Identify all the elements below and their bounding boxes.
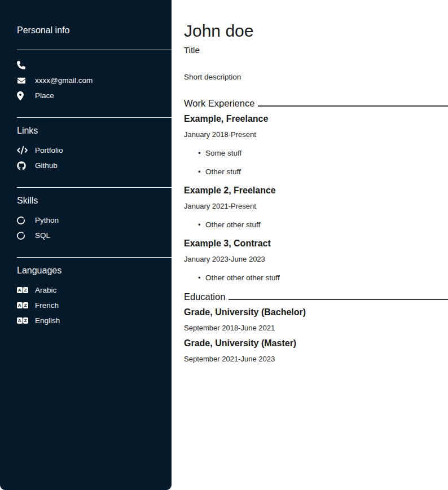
circle-notch-icon bbox=[17, 217, 28, 224]
section-heading: Work Experience bbox=[184, 98, 254, 109]
education-entry: Grade, University (Bachelor) September 2… bbox=[184, 307, 448, 332]
language-icon: A Z bbox=[17, 287, 28, 293]
email-row: xxxx@gmail.com bbox=[17, 73, 172, 88]
language-icon-right: Z bbox=[23, 287, 29, 293]
entry-title: Grade, University (Bachelor) bbox=[184, 307, 448, 317]
link-label[interactable]: Portfolio bbox=[35, 146, 63, 154]
section-rule bbox=[229, 299, 448, 300]
entry-title: Example 3, Contract bbox=[184, 239, 448, 249]
languages-heading: Languages bbox=[17, 265, 172, 276]
entry-date: September 2018-June 2021 bbox=[184, 324, 448, 332]
bullet-item: Other other stuff bbox=[198, 220, 448, 229]
resume-main: John doe Title Short description Work Ex… bbox=[172, 0, 448, 490]
entry-date: September 2021-June 2023 bbox=[184, 355, 448, 363]
link-label[interactable]: Github bbox=[35, 161, 58, 170]
entry-bullets: Some stuff Other stuff bbox=[184, 149, 448, 176]
github-icon bbox=[17, 161, 28, 170]
skill-item: Python bbox=[17, 213, 172, 228]
short-description: Short description bbox=[184, 73, 448, 82]
person-name: John doe bbox=[184, 21, 448, 41]
entry-date: January 2018-Present bbox=[184, 131, 448, 139]
entry-title: Example 2, Freelance bbox=[184, 186, 448, 196]
place-value: Place bbox=[35, 91, 54, 100]
language-label: English bbox=[35, 316, 60, 325]
sidebar-divider bbox=[17, 187, 172, 188]
language-icon-left: A bbox=[17, 317, 23, 324]
sidebar: Personal info xxxx@gmail.com Place Links… bbox=[0, 0, 172, 490]
links-heading: Links bbox=[17, 125, 172, 136]
phone-row bbox=[17, 58, 172, 73]
language-label: Arabic bbox=[35, 286, 56, 294]
work-experience-header: Work Experience bbox=[184, 98, 448, 109]
entry-date: January 2023-June 2023 bbox=[184, 255, 448, 263]
language-icon-right: Z bbox=[23, 317, 29, 324]
skill-item: SQL bbox=[17, 228, 172, 243]
sidebar-divider bbox=[17, 257, 172, 258]
language-icon: A Z bbox=[17, 317, 28, 324]
entry-bullets: Other other stuff bbox=[184, 220, 448, 229]
circle-notch-icon bbox=[17, 232, 28, 240]
language-icon: A Z bbox=[17, 302, 28, 308]
link-item-github[interactable]: Github bbox=[17, 158, 172, 173]
sidebar-divider bbox=[17, 117, 172, 118]
personal-info-heading: Personal info bbox=[17, 25, 172, 36]
education-header: Education bbox=[184, 292, 448, 302]
work-entry: Example, Freelance January 2018-Present … bbox=[184, 114, 448, 176]
language-item: A Z Arabic bbox=[17, 282, 172, 298]
phone-icon bbox=[17, 61, 28, 69]
bullet-item: Other other other stuff bbox=[198, 273, 448, 282]
location-pin-icon bbox=[17, 91, 28, 100]
language-icon-left: A bbox=[17, 287, 23, 293]
email-value: xxxx@gmail.com bbox=[35, 76, 93, 85]
skill-label: Python bbox=[35, 216, 59, 224]
place-row: Place bbox=[17, 88, 172, 103]
person-title: Title bbox=[184, 45, 448, 55]
entry-title: Example, Freelance bbox=[184, 114, 448, 124]
entry-date: January 2021-Present bbox=[184, 202, 448, 210]
entry-title: Grade, University (Master) bbox=[184, 338, 448, 348]
work-entry: Example 3, Contract January 2023-June 20… bbox=[184, 239, 448, 282]
sidebar-divider bbox=[17, 50, 172, 50]
code-icon bbox=[17, 146, 28, 154]
entry-bullets: Other other other stuff bbox=[184, 273, 448, 282]
bullet-item: Some stuff bbox=[198, 149, 448, 157]
section-heading: Education bbox=[184, 292, 225, 302]
envelope-icon bbox=[17, 77, 28, 85]
skill-label: SQL bbox=[35, 231, 50, 240]
bullet-item: Other stuff bbox=[198, 167, 448, 176]
education-entry: Grade, University (Master) September 202… bbox=[184, 338, 448, 363]
skills-heading: Skills bbox=[17, 195, 172, 206]
section-rule bbox=[258, 105, 448, 107]
language-label: French bbox=[35, 301, 59, 310]
work-entry: Example 2, Freelance January 2021-Presen… bbox=[184, 186, 448, 229]
language-item: A Z French bbox=[17, 298, 172, 313]
language-icon-left: A bbox=[17, 302, 23, 308]
language-icon-right: Z bbox=[23, 302, 29, 308]
language-item: A Z English bbox=[17, 313, 172, 328]
link-item-portfolio[interactable]: Portfolio bbox=[17, 143, 172, 158]
